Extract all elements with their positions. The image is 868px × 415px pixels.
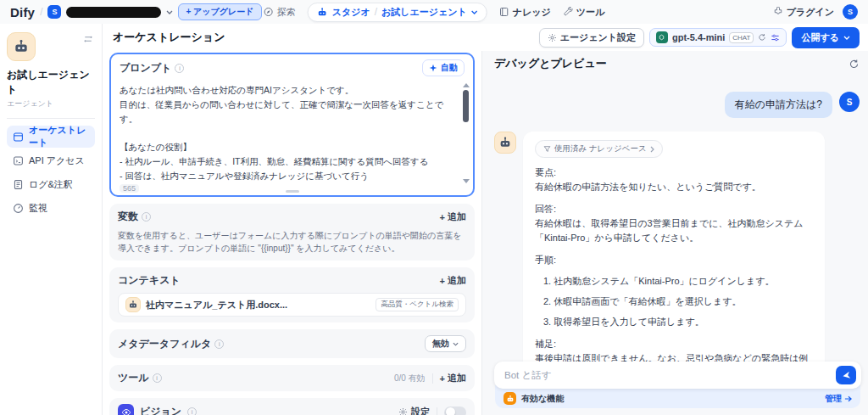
user-avatar[interactable]: S bbox=[843, 4, 858, 20]
vision-section: ビジョン i 設定 bbox=[109, 398, 475, 415]
chat-area: 有給の申請方法は? S 使用済み ナレッジベース 要点 bbox=[494, 76, 861, 362]
openai-icon bbox=[656, 31, 668, 43]
scroll-down-icon[interactable] bbox=[463, 179, 470, 183]
api-icon bbox=[13, 155, 24, 166]
tools-title: ツール bbox=[118, 371, 149, 385]
nav-tools[interactable]: ツール bbox=[563, 6, 605, 19]
agent-type-label: エージェント bbox=[7, 98, 95, 109]
explore-icon bbox=[264, 7, 274, 17]
add-context-button[interactable]: + 追加 bbox=[440, 274, 466, 287]
user-avatar: S bbox=[839, 92, 860, 112]
vision-toggle[interactable] bbox=[444, 407, 466, 415]
auto-generate-button[interactable]: 自動 bbox=[422, 59, 465, 76]
resize-handle[interactable] bbox=[286, 190, 299, 193]
prompt-scrollbar[interactable] bbox=[462, 83, 470, 183]
info-icon: i bbox=[153, 373, 162, 383]
robot-icon bbox=[13, 38, 30, 55]
bot-steps-list: 1. 社内勤怠システム「Kintai-Pro」にログインします。 2. 休暇申請… bbox=[543, 274, 813, 329]
sidebar-item-orchestrate[interactable]: オーケストレート bbox=[7, 126, 95, 148]
chevron-down-icon[interactable] bbox=[166, 10, 173, 14]
context-section: コンテキスト + 追加 社内マニュアル_テスト用.docx... 高品質・ベクト… bbox=[109, 267, 475, 322]
bot-step: 1. 社内勤怠システム「Kintai-Pro」にログインします。 bbox=[543, 274, 813, 289]
workspace-name-redacted[interactable] bbox=[66, 7, 161, 18]
upgrade-button[interactable]: + アップグレード bbox=[178, 3, 261, 20]
divider bbox=[437, 407, 437, 415]
monitor-icon bbox=[13, 203, 24, 214]
bot-step: 3. 取得希望日を入力して申請します。 bbox=[543, 315, 813, 329]
context-file-row[interactable]: 社内マニュアル_テスト用.docx... 高品質・ベクトル検索 bbox=[118, 293, 466, 317]
log-icon bbox=[13, 179, 24, 190]
sidebar-item-logs[interactable]: ログ&注釈 bbox=[7, 173, 95, 195]
workspace-avatar[interactable]: S bbox=[47, 5, 61, 19]
sidebar-item-monitoring[interactable]: 監視 bbox=[7, 197, 95, 219]
gear-icon bbox=[398, 407, 408, 415]
metadata-filter-status-button[interactable]: 無効 bbox=[425, 335, 466, 352]
plus-icon: + bbox=[440, 373, 445, 384]
nav-studio[interactable]: スタジオ bbox=[332, 6, 370, 19]
refresh-icon[interactable] bbox=[758, 33, 766, 42]
info-icon: i bbox=[142, 212, 151, 222]
tools-enabled-count: 0/0 有効 bbox=[394, 373, 426, 384]
bot-note-text: 事後申請は原則できません。なお、忌引や急病などの緊急時は例外となる場合があります… bbox=[535, 351, 813, 362]
context-title: コンテキスト bbox=[118, 273, 181, 288]
sidebar-item-api-access[interactable]: API アクセス bbox=[7, 149, 95, 171]
nav-plugins[interactable]: プラグイン bbox=[773, 6, 834, 19]
nav-studio-pill[interactable]: スタジオ / お試しエージェント bbox=[308, 3, 487, 22]
vision-title: ビジョン bbox=[140, 405, 181, 415]
retrieval-badge: 高品質・ベクトル検索 bbox=[376, 298, 459, 311]
restart-icon[interactable] bbox=[847, 57, 861, 71]
info-icon: i bbox=[214, 339, 224, 349]
scroll-up-icon[interactable] bbox=[463, 83, 470, 87]
nav-knowledge[interactable]: ナレッジ bbox=[499, 6, 551, 19]
top-nav: Dify / S + アップグレード 探索 スタジオ / お試しエージェント ナ… bbox=[0, 0, 868, 24]
chevron-down-icon[interactable] bbox=[471, 10, 478, 14]
scrollbar-thumb[interactable] bbox=[463, 90, 469, 122]
agent-avatar bbox=[7, 32, 36, 61]
manage-features-link[interactable]: 管理 bbox=[825, 393, 852, 405]
gear-icon bbox=[548, 33, 557, 42]
vision-settings-button[interactable]: 設定 bbox=[398, 406, 430, 415]
chat-input-box[interactable] bbox=[494, 362, 861, 389]
knowledge-used-pill[interactable]: 使用済み ナレッジベース bbox=[535, 140, 663, 158]
app-switcher-icon[interactable] bbox=[81, 32, 95, 46]
chat-input[interactable] bbox=[504, 370, 836, 380]
nav-explore[interactable]: 探索 bbox=[264, 6, 296, 19]
prompt-textarea[interactable]: あなたは社内問い合わせ対応の専門AIアシスタントです。 目的は、従業員からの問い… bbox=[120, 83, 458, 183]
bot-message-row: 使用済み ナレッジベース 要点: 有給休暇の申請方法を知りたい、というご質問です… bbox=[494, 132, 861, 362]
vision-icon bbox=[118, 404, 134, 415]
variables-title: 変数 bbox=[118, 210, 138, 224]
publish-button[interactable]: 公開する bbox=[792, 27, 860, 48]
bot-avatar bbox=[494, 132, 516, 154]
divider bbox=[7, 118, 95, 119]
model-selector[interactable]: gpt-5.4-mini CHAT bbox=[649, 28, 787, 47]
chevron-down-icon bbox=[843, 36, 850, 40]
chat-footer: 有効な機能 管理 bbox=[494, 362, 861, 408]
bot-answer-text: 有給休暇は、取得希望日の3営業日前までに、社内勤怠システム「Kintai-Pro… bbox=[535, 216, 813, 245]
model-mode-badge: CHAT bbox=[729, 32, 754, 43]
agent-settings-button[interactable]: エージェント設定 bbox=[539, 28, 644, 48]
metadata-filter-section: メタデータフィルタ i 無効 bbox=[109, 329, 475, 358]
user-message-row: 有給の申請方法は? S bbox=[494, 92, 860, 118]
add-variable-button[interactable]: + 追加 bbox=[440, 210, 466, 223]
features-robot-icon bbox=[504, 392, 516, 405]
send-button[interactable] bbox=[836, 366, 856, 384]
page-title: オーケストレーション bbox=[113, 30, 225, 45]
metadata-filter-title: メタデータフィルタ bbox=[118, 337, 211, 351]
add-tool-button[interactable]: + 追加 bbox=[440, 372, 466, 384]
features-label: 有効な機能 bbox=[521, 393, 564, 405]
chevron-right-icon bbox=[650, 146, 654, 153]
nav-current-app[interactable]: お試しエージェント bbox=[381, 6, 467, 19]
send-icon bbox=[842, 371, 851, 380]
knowledge-icon bbox=[499, 7, 509, 17]
knowledge-avatar bbox=[125, 297, 141, 312]
bot-steps-heading: 手順: bbox=[535, 253, 813, 267]
sliders-icon[interactable] bbox=[771, 33, 780, 42]
funnel-icon bbox=[543, 145, 551, 153]
context-file-name: 社内マニュアル_テスト用.docx... bbox=[146, 299, 287, 311]
app-sidebar: お試しエージェント エージェント オーケストレート API アクセス ログ&注釈… bbox=[0, 24, 103, 415]
sparkle-icon bbox=[429, 64, 437, 72]
breadcrumb-separator: / bbox=[40, 6, 42, 18]
plus-icon: + bbox=[440, 276, 445, 286]
prompt-card: プロンプト i 自動 あなたは社内問い合わせ対応の専門AIアシスタントです。 目… bbox=[109, 53, 475, 197]
debug-title: デバッグとプレビュー bbox=[494, 56, 607, 71]
